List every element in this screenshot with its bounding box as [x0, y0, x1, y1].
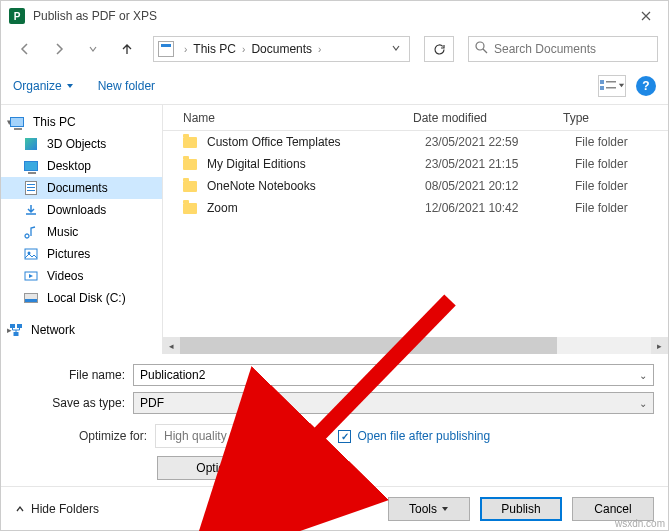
svg-rect-9	[17, 324, 22, 328]
sidebar-item-label: Pictures	[47, 247, 90, 261]
breadcrumb-this-pc[interactable]: This PC	[191, 42, 238, 56]
svg-rect-5	[25, 249, 37, 259]
app-icon: P	[9, 8, 25, 24]
table-row[interactable]: My Digital Editions 23/05/2021 21:15 Fil…	[163, 153, 668, 175]
address-bar[interactable]: › This PC › Documents ›	[153, 36, 410, 62]
sidebar-item-label: Music	[47, 225, 78, 239]
sidebar-item-3d-objects[interactable]: 3D Objects	[1, 133, 162, 155]
dropdown-icon	[66, 82, 74, 90]
chevron-down-icon	[89, 45, 97, 53]
close-button[interactable]	[623, 1, 668, 31]
folder-icon	[183, 181, 197, 192]
file-type: File folder	[575, 157, 628, 171]
chevron-down-icon	[391, 43, 401, 53]
close-icon	[641, 11, 651, 21]
sidebar-item-label: Network	[31, 323, 75, 337]
open-after-publishing-checkbox[interactable]: ✓ Open file after publishing	[338, 429, 490, 443]
window-title: Publish as PDF or XPS	[33, 9, 157, 23]
scroll-right-button[interactable]: ▸	[651, 337, 668, 354]
table-row[interactable]: Zoom 12/06/2021 10:42 File folder	[163, 197, 668, 219]
publish-button[interactable]: Publish	[480, 497, 562, 521]
file-name: Zoom	[207, 201, 425, 215]
file-date: 12/06/2021 10:42	[425, 201, 575, 215]
horizontal-scrollbar[interactable]: ◂ ▸	[163, 337, 668, 354]
folder-location-icon	[158, 41, 174, 57]
help-button[interactable]: ?	[636, 76, 656, 96]
arrow-up-icon	[120, 42, 134, 56]
file-date: 08/05/2021 20:12	[425, 179, 575, 193]
file-name: My Digital Editions	[207, 157, 425, 171]
sidebar-item-local-disk[interactable]: Local Disk (C:)	[1, 287, 162, 309]
sidebar-item-label: Local Disk (C:)	[47, 291, 126, 305]
search-input[interactable]: Search Documents	[468, 36, 658, 62]
dropdown-icon[interactable]: ⌄	[639, 370, 647, 381]
disk-icon	[23, 290, 39, 306]
svg-rect-2	[606, 81, 616, 83]
column-header-date[interactable]: Date modified	[413, 111, 563, 125]
checkbox-label: Open file after publishing	[357, 429, 490, 443]
file-name: OneNote Notebooks	[207, 179, 425, 193]
music-icon	[23, 224, 39, 240]
table-row[interactable]: OneNote Notebooks 08/05/2021 20:12 File …	[163, 175, 668, 197]
sidebar-item-network[interactable]: ▸ Network	[1, 319, 162, 341]
file-type: File folder	[575, 179, 628, 193]
sidebar-item-videos[interactable]: Videos	[1, 265, 162, 287]
downloads-icon	[23, 202, 39, 218]
file-type: File folder	[575, 201, 628, 215]
chevron-right-icon: ›	[238, 44, 249, 55]
file-list[interactable]: Custom Office Templates 23/05/2021 22:59…	[163, 131, 668, 337]
cancel-button[interactable]: Cancel	[572, 497, 654, 521]
nav-forward-button[interactable]	[45, 35, 73, 63]
file-name: Custom Office Templates	[207, 135, 425, 149]
breadcrumb-documents[interactable]: Documents	[249, 42, 314, 56]
nav-back-button[interactable]	[11, 35, 39, 63]
sidebar-item-desktop[interactable]: Desktop	[1, 155, 162, 177]
recent-locations-button[interactable]	[79, 35, 107, 63]
svg-rect-4	[606, 87, 616, 89]
sidebar-item-downloads[interactable]: Downloads	[1, 199, 162, 221]
file-type: File folder	[575, 135, 628, 149]
table-row[interactable]: Custom Office Templates 23/05/2021 22:59…	[163, 131, 668, 153]
sidebar-item-label: Downloads	[47, 203, 106, 217]
svg-rect-3	[600, 86, 604, 90]
watermark: wsxdn.com	[615, 518, 665, 529]
new-folder-button[interactable]: New folder	[98, 79, 155, 93]
arrow-left-icon	[18, 42, 32, 56]
view-list-icon	[600, 80, 616, 92]
file-date: 23/05/2021 22:59	[425, 135, 575, 149]
folder-icon	[183, 159, 197, 170]
hide-folders-button[interactable]: Hide Folders	[15, 502, 99, 516]
refresh-button[interactable]	[424, 36, 454, 62]
optimize-for-label: Optimize for:	[15, 429, 155, 443]
svg-rect-10	[14, 332, 19, 336]
folder-icon	[183, 137, 197, 148]
desktop-icon	[23, 158, 39, 174]
column-header-name[interactable]: Name	[163, 111, 413, 125]
tools-menu[interactable]: Tools	[388, 497, 470, 521]
videos-icon	[23, 268, 39, 284]
scroll-left-button[interactable]: ◂	[163, 337, 180, 354]
organize-menu[interactable]: Organize	[13, 79, 74, 93]
expand-icon[interactable]: ▸	[7, 325, 12, 335]
sidebar-item-this-pc[interactable]: ▾ This PC	[1, 111, 162, 133]
sidebar-item-pictures[interactable]: Pictures	[1, 243, 162, 265]
svg-point-0	[476, 42, 484, 50]
navigation-pane: ▾ This PC 3D Objects Desktop Documents D…	[1, 105, 163, 354]
column-header-type[interactable]: Type	[563, 111, 668, 125]
dropdown-icon	[441, 505, 449, 513]
sidebar-item-label: This PC	[33, 115, 76, 129]
options-button[interactable]: Options...	[157, 456, 287, 480]
sidebar-item-documents[interactable]: Documents	[1, 177, 162, 199]
chevron-right-icon: ›	[180, 44, 191, 55]
address-dropdown[interactable]	[387, 42, 405, 56]
sidebar-item-music[interactable]: Music	[1, 221, 162, 243]
file-name-input[interactable]: Publication2 ⌄	[133, 364, 654, 386]
scroll-thumb[interactable]	[180, 337, 557, 354]
save-as-type-select[interactable]: PDF ⌄	[133, 392, 654, 414]
pictures-icon	[23, 246, 39, 262]
chevron-right-icon: ›	[314, 44, 325, 55]
nav-up-button[interactable]	[113, 35, 141, 63]
view-options-button[interactable]	[598, 75, 626, 97]
search-icon	[475, 41, 488, 57]
folder-icon	[183, 203, 197, 214]
